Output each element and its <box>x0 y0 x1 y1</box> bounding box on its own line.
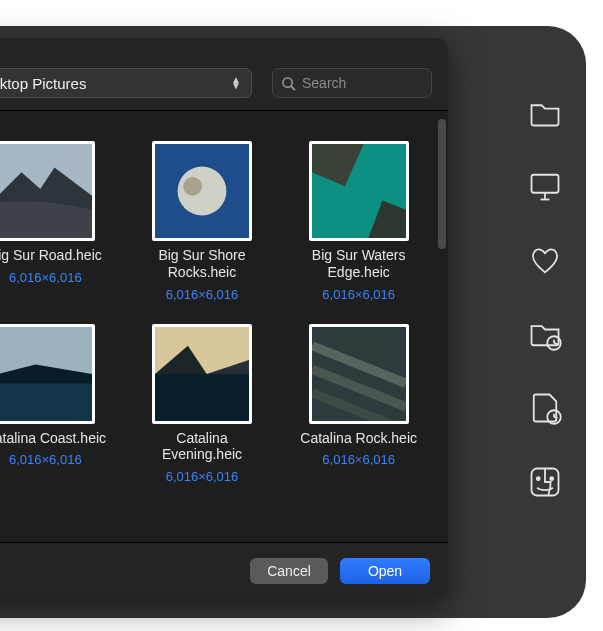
file-thumbnail <box>309 324 409 424</box>
file-name: Catalina Rock.heic <box>300 430 417 447</box>
search-input[interactable] <box>302 75 423 91</box>
open-button[interactable]: Open <box>340 558 430 584</box>
scrollbar-thumb[interactable] <box>438 119 446 249</box>
file-dimensions: 6,016×6,016 <box>322 452 395 467</box>
file-item[interactable]: Big Sur Shore Rocks.heic 6,016×6,016 <box>133 141 272 302</box>
heart-icon[interactable] <box>527 242 563 278</box>
open-dialog-window: Desktop Pictures ▲▼ <box>0 38 448 598</box>
svg-line-27 <box>554 343 557 344</box>
desktop-icon[interactable] <box>527 168 563 204</box>
recent-document-icon[interactable] <box>527 390 563 426</box>
file-thumbnail <box>152 141 252 241</box>
file-dimensions: 6,016×6,016 <box>9 270 82 285</box>
chevron-up-down-icon: ▲▼ <box>231 77 241 89</box>
file-name: Catalina Coast.heic <box>0 430 106 447</box>
svg-point-7 <box>183 177 202 196</box>
cancel-button[interactable]: Cancel <box>250 558 328 584</box>
file-thumbnail <box>309 141 409 241</box>
search-icon <box>281 76 296 91</box>
file-item[interactable]: Catalina Evening.heic 6,016×6,016 <box>133 324 272 485</box>
toolbar: Desktop Pictures ▲▼ <box>0 38 448 111</box>
recent-folder-icon[interactable] <box>527 316 563 352</box>
file-item[interactable]: Catalina Rock.heic 6,016×6,016 <box>289 324 428 485</box>
folder-icon[interactable] <box>527 94 563 130</box>
file-item[interactable]: Catalina Coast.heic 6,016×6,016 <box>0 324 115 485</box>
file-dimensions: 6,016×6,016 <box>9 452 82 467</box>
file-item[interactable]: Big Sur Waters Edge.heic 6,016×6,016 <box>289 141 428 302</box>
svg-point-0 <box>283 77 292 86</box>
file-name: Big Sur Shore Rocks.heic <box>137 247 267 281</box>
file-thumbnail <box>152 324 252 424</box>
file-dimensions: 6,016×6,016 <box>166 469 239 484</box>
dialog-footer: Cancel Open <box>0 542 448 598</box>
file-thumbnail <box>0 324 95 424</box>
device-frame: Desktop Pictures ▲▼ <box>0 26 586 618</box>
svg-rect-22 <box>532 175 559 193</box>
svg-line-1 <box>291 86 295 90</box>
file-name: Big Sur Waters Edge.heic <box>294 247 424 281</box>
file-dimensions: 6,016×6,016 <box>166 287 239 302</box>
finder-face-icon[interactable] <box>527 464 563 500</box>
svg-line-30 <box>554 417 557 418</box>
svg-rect-15 <box>155 374 249 421</box>
file-name: Catalina Evening.heic <box>137 430 267 464</box>
file-thumbnail <box>0 141 95 241</box>
svg-point-32 <box>537 477 540 480</box>
svg-point-33 <box>550 477 553 480</box>
file-item[interactable]: Big Sur Road.heic 6,016×6,016 <box>0 141 115 302</box>
file-dimensions: 6,016×6,016 <box>322 287 395 302</box>
search-field[interactable] <box>272 68 432 98</box>
dock-sidebar <box>518 94 572 500</box>
path-selector-label: Desktop Pictures <box>0 75 86 92</box>
file-grid-area: Big Sur Road.heic 6,016×6,016 Big Sur Sh… <box>0 111 448 541</box>
file-name: Big Sur Road.heic <box>0 247 102 264</box>
path-selector[interactable]: Desktop Pictures ▲▼ <box>0 68 252 98</box>
